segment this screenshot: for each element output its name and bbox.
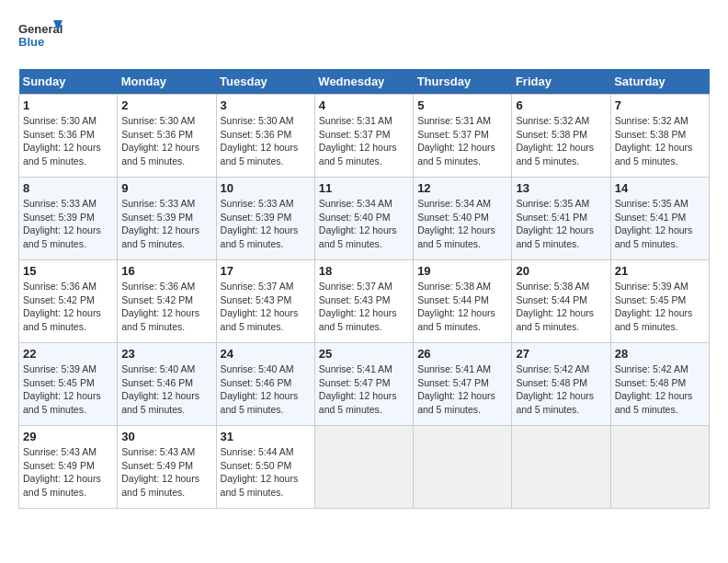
day-cell: 6 Sunrise: 5:32 AMSunset: 5:38 PMDayligh… bbox=[512, 95, 610, 178]
day-number: 9 bbox=[121, 181, 211, 195]
day-info: Sunrise: 5:31 AMSunset: 5:37 PMDaylight:… bbox=[319, 114, 409, 168]
day-number: 31 bbox=[221, 430, 311, 443]
day-cell: 29 Sunrise: 5:43 AMSunset: 5:49 PMDaylig… bbox=[19, 426, 118, 509]
day-cell: 23 Sunrise: 5:40 AMSunset: 5:46 PMDaylig… bbox=[118, 343, 216, 426]
day-info: Sunrise: 5:37 AMSunset: 5:43 PMDaylight:… bbox=[221, 280, 311, 334]
svg-text:Blue: Blue bbox=[18, 35, 44, 49]
day-info: Sunrise: 5:42 AMSunset: 5:48 PMDaylight:… bbox=[516, 362, 606, 417]
day-info: Sunrise: 5:32 AMSunset: 5:38 PMDaylight:… bbox=[516, 114, 606, 168]
col-header-tuesday: Tuesday bbox=[216, 69, 314, 95]
day-number: 18 bbox=[319, 264, 409, 278]
day-number: 6 bbox=[516, 98, 606, 112]
day-cell: 10 Sunrise: 5:33 AMSunset: 5:39 PMDaylig… bbox=[216, 178, 314, 260]
day-cell: 28 Sunrise: 5:42 AMSunset: 5:48 PMDaylig… bbox=[610, 343, 709, 426]
day-number: 4 bbox=[319, 98, 409, 112]
day-info: Sunrise: 5:42 AMSunset: 5:48 PMDaylight:… bbox=[615, 362, 705, 417]
day-number: 27 bbox=[516, 347, 606, 361]
col-header-thursday: Thursday bbox=[414, 69, 512, 95]
day-info: Sunrise: 5:30 AMSunset: 5:36 PMDaylight:… bbox=[221, 114, 311, 168]
day-info: Sunrise: 5:33 AMSunset: 5:39 PMDaylight:… bbox=[121, 197, 211, 251]
col-header-monday: Monday bbox=[118, 69, 216, 95]
day-info: Sunrise: 5:38 AMSunset: 5:44 PMDaylight:… bbox=[516, 280, 606, 334]
day-number: 23 bbox=[121, 347, 211, 361]
day-info: Sunrise: 5:39 AMSunset: 5:45 PMDaylight:… bbox=[23, 362, 113, 417]
day-cell: 8 Sunrise: 5:33 AMSunset: 5:39 PMDayligh… bbox=[19, 178, 118, 260]
empty-cell bbox=[314, 426, 413, 509]
header: General Blue bbox=[18, 18, 710, 60]
week-row: 29 Sunrise: 5:43 AMSunset: 5:49 PMDaylig… bbox=[19, 426, 710, 509]
day-info: Sunrise: 5:41 AMSunset: 5:47 PMDaylight:… bbox=[319, 362, 409, 417]
day-number: 25 bbox=[319, 347, 409, 361]
day-cell: 24 Sunrise: 5:40 AMSunset: 5:46 PMDaylig… bbox=[216, 343, 314, 426]
day-cell: 16 Sunrise: 5:36 AMSunset: 5:42 PMDaylig… bbox=[118, 260, 216, 343]
day-info: Sunrise: 5:44 AMSunset: 5:50 PMDaylight:… bbox=[221, 445, 311, 500]
day-info: Sunrise: 5:33 AMSunset: 5:39 PMDaylight:… bbox=[221, 197, 311, 251]
day-number: 5 bbox=[417, 98, 507, 112]
day-number: 2 bbox=[121, 98, 211, 112]
calendar-table: SundayMondayTuesdayWednesdayThursdayFrid… bbox=[18, 69, 710, 509]
day-cell: 18 Sunrise: 5:37 AMSunset: 5:43 PMDaylig… bbox=[314, 260, 413, 343]
day-cell: 3 Sunrise: 5:30 AMSunset: 5:36 PMDayligh… bbox=[216, 95, 314, 178]
day-number: 11 bbox=[319, 181, 409, 195]
day-number: 30 bbox=[121, 430, 211, 443]
day-number: 15 bbox=[23, 264, 113, 278]
day-cell: 7 Sunrise: 5:32 AMSunset: 5:38 PMDayligh… bbox=[610, 95, 709, 178]
day-cell: 11 Sunrise: 5:34 AMSunset: 5:40 PMDaylig… bbox=[314, 178, 413, 260]
day-cell: 25 Sunrise: 5:41 AMSunset: 5:47 PMDaylig… bbox=[314, 343, 413, 426]
col-header-sunday: Sunday bbox=[19, 69, 118, 95]
day-cell: 31 Sunrise: 5:44 AMSunset: 5:50 PMDaylig… bbox=[216, 426, 314, 509]
day-cell: 2 Sunrise: 5:30 AMSunset: 5:36 PMDayligh… bbox=[118, 95, 216, 178]
day-cell: 27 Sunrise: 5:42 AMSunset: 5:48 PMDaylig… bbox=[512, 343, 610, 426]
day-number: 20 bbox=[516, 264, 606, 278]
day-number: 3 bbox=[221, 98, 311, 112]
week-row: 22 Sunrise: 5:39 AMSunset: 5:45 PMDaylig… bbox=[19, 343, 710, 426]
day-cell: 9 Sunrise: 5:33 AMSunset: 5:39 PMDayligh… bbox=[118, 178, 216, 260]
day-info: Sunrise: 5:40 AMSunset: 5:46 PMDaylight:… bbox=[121, 362, 211, 417]
week-row: 1 Sunrise: 5:30 AMSunset: 5:36 PMDayligh… bbox=[19, 95, 710, 178]
day-info: Sunrise: 5:41 AMSunset: 5:47 PMDaylight:… bbox=[417, 362, 507, 417]
day-info: Sunrise: 5:36 AMSunset: 5:42 PMDaylight:… bbox=[121, 280, 211, 334]
day-info: Sunrise: 5:36 AMSunset: 5:42 PMDaylight:… bbox=[23, 280, 113, 334]
day-info: Sunrise: 5:32 AMSunset: 5:38 PMDaylight:… bbox=[615, 114, 705, 168]
day-info: Sunrise: 5:38 AMSunset: 5:44 PMDaylight:… bbox=[417, 280, 507, 334]
empty-cell bbox=[512, 426, 610, 509]
day-number: 7 bbox=[615, 98, 705, 112]
day-number: 16 bbox=[121, 264, 211, 278]
day-number: 14 bbox=[615, 181, 705, 195]
day-cell: 15 Sunrise: 5:36 AMSunset: 5:42 PMDaylig… bbox=[19, 260, 118, 343]
empty-cell bbox=[414, 426, 512, 509]
day-info: Sunrise: 5:34 AMSunset: 5:40 PMDaylight:… bbox=[417, 197, 507, 251]
col-header-wednesday: Wednesday bbox=[314, 69, 413, 95]
day-cell: 12 Sunrise: 5:34 AMSunset: 5:40 PMDaylig… bbox=[414, 178, 512, 260]
day-cell: 26 Sunrise: 5:41 AMSunset: 5:47 PMDaylig… bbox=[414, 343, 512, 426]
day-number: 29 bbox=[23, 430, 113, 443]
day-number: 28 bbox=[615, 347, 705, 361]
day-info: Sunrise: 5:39 AMSunset: 5:45 PMDaylight:… bbox=[615, 280, 705, 334]
day-number: 17 bbox=[221, 264, 311, 278]
day-cell: 1 Sunrise: 5:30 AMSunset: 5:36 PMDayligh… bbox=[19, 95, 118, 178]
day-cell: 14 Sunrise: 5:35 AMSunset: 5:41 PMDaylig… bbox=[610, 178, 709, 260]
empty-cell bbox=[610, 426, 709, 509]
day-number: 21 bbox=[615, 264, 705, 278]
day-number: 8 bbox=[23, 181, 113, 195]
week-row: 8 Sunrise: 5:33 AMSunset: 5:39 PMDayligh… bbox=[19, 178, 710, 260]
col-header-saturday: Saturday bbox=[610, 69, 709, 95]
day-cell: 5 Sunrise: 5:31 AMSunset: 5:37 PMDayligh… bbox=[414, 95, 512, 178]
day-cell: 22 Sunrise: 5:39 AMSunset: 5:45 PMDaylig… bbox=[19, 343, 118, 426]
day-info: Sunrise: 5:43 AMSunset: 5:49 PMDaylight:… bbox=[121, 445, 211, 500]
day-info: Sunrise: 5:43 AMSunset: 5:49 PMDaylight:… bbox=[23, 445, 113, 500]
day-info: Sunrise: 5:35 AMSunset: 5:41 PMDaylight:… bbox=[516, 197, 606, 251]
week-row: 15 Sunrise: 5:36 AMSunset: 5:42 PMDaylig… bbox=[19, 260, 710, 343]
day-info: Sunrise: 5:40 AMSunset: 5:46 PMDaylight:… bbox=[221, 362, 311, 417]
day-info: Sunrise: 5:30 AMSunset: 5:36 PMDaylight:… bbox=[23, 114, 113, 168]
day-info: Sunrise: 5:35 AMSunset: 5:41 PMDaylight:… bbox=[615, 197, 705, 251]
logo-svg: General Blue bbox=[18, 18, 64, 60]
day-cell: 21 Sunrise: 5:39 AMSunset: 5:45 PMDaylig… bbox=[610, 260, 709, 343]
day-number: 22 bbox=[23, 347, 113, 361]
day-number: 10 bbox=[221, 181, 311, 195]
day-number: 1 bbox=[23, 98, 113, 112]
day-number: 13 bbox=[516, 181, 606, 195]
day-number: 12 bbox=[417, 181, 507, 195]
day-info: Sunrise: 5:37 AMSunset: 5:43 PMDaylight:… bbox=[319, 280, 409, 334]
day-cell: 30 Sunrise: 5:43 AMSunset: 5:49 PMDaylig… bbox=[118, 426, 216, 509]
